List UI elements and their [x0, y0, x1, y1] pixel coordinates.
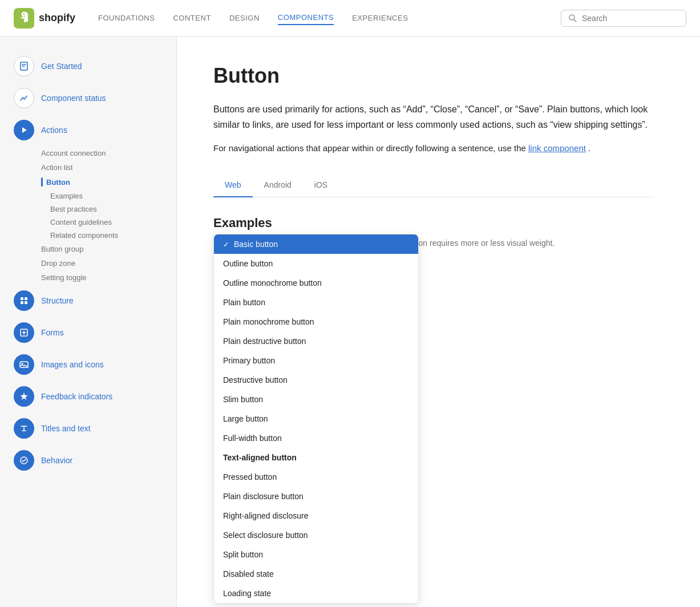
dropdown-item-basic-button[interactable]: ✓ Basic button: [214, 234, 418, 254]
check-icon: ✓: [223, 240, 229, 249]
sidebar-sub-examples[interactable]: Examples: [50, 189, 163, 203]
search-box[interactable]: [561, 10, 686, 27]
sidebar-sub-best-practices[interactable]: Best practices: [50, 203, 163, 216]
sidebar-item-component-status[interactable]: Component status: [0, 82, 176, 114]
titles-text-icon: [14, 418, 34, 439]
dropdown-item-slim[interactable]: Slim button: [214, 390, 418, 409]
sidebar-label-behavior: Behavior: [41, 456, 72, 465]
actions-sub-items: Account connection Action list Button Ex…: [0, 146, 176, 285]
sidebar-sub-content-guidelines[interactable]: Content guidelines: [50, 216, 163, 229]
sidebar-item-images-icons[interactable]: Images and icons: [0, 349, 176, 381]
variant-dropdown-wrapper: ✓ Basic button Outline button Outline mo…: [213, 234, 419, 604]
main-nav: FOUNDATIONS CONTENT DESIGN COMPONENTS EX…: [98, 11, 561, 25]
dropdown-item-text-aligned[interactable]: Text-aligned button: [214, 448, 418, 467]
dropdown-item-split[interactable]: Split button: [214, 545, 418, 564]
sidebar-label-forms: Forms: [41, 328, 64, 337]
platform-tabs: Web Android iOS: [213, 173, 654, 197]
main-content-area: Button Buttons are used primarily for ac…: [177, 37, 700, 607]
forms-icon: [14, 322, 34, 343]
logo-area: shopify: [14, 8, 75, 29]
dropdown-item-plain-disclosure[interactable]: Plain disclosure button: [214, 487, 418, 506]
examples-section: Examples Used most in the interface. Onl…: [213, 216, 654, 607]
dropdown-item-destructive[interactable]: Destructive button: [214, 370, 418, 390]
dropdown-item-plain-destructive[interactable]: Plain destructive button: [214, 331, 418, 351]
sidebar-item-actions[interactable]: Actions: [0, 114, 176, 146]
behavior-icon: [14, 450, 34, 471]
nav-components[interactable]: COMPONENTS: [278, 11, 334, 25]
sidebar-label-actions: Actions: [41, 126, 67, 135]
sidebar-item-get-started[interactable]: Get Started: [0, 50, 176, 82]
sidebar-sub-related-components[interactable]: Related components: [50, 229, 163, 242]
sidebar-sub-drop-zone[interactable]: Drop zone: [41, 256, 163, 270]
sidebar-item-behavior[interactable]: Behavior: [0, 444, 176, 476]
link-component[interactable]: link component: [528, 143, 586, 153]
feedback-icon: [14, 386, 34, 407]
page-title: Button: [213, 64, 654, 88]
tab-ios[interactable]: iOS: [303, 173, 339, 197]
sidebar-label-structure: Structure: [41, 296, 74, 305]
structure-icon: [14, 290, 34, 311]
tab-web[interactable]: Web: [213, 173, 253, 197]
search-input[interactable]: [582, 14, 679, 23]
dropdown-item-plain-mono[interactable]: Plain monochrome button: [214, 312, 418, 331]
sidebar: Get Started Component status Actions Ac: [0, 37, 177, 607]
dropdown-item-primary[interactable]: Primary button: [214, 351, 418, 370]
nav-design[interactable]: DESIGN: [229, 11, 260, 25]
logo-text: shopify: [39, 12, 75, 24]
sidebar-label-component-status: Component status: [41, 94, 106, 103]
dropdown-item-full-width[interactable]: Full-width button: [214, 428, 418, 448]
page-description2: For navigational actions that appear wit…: [213, 141, 654, 155]
dropdown-item-disabled[interactable]: Disabled state: [214, 564, 418, 584]
svg-rect-3: [21, 297, 23, 300]
actions-icon: [14, 120, 34, 140]
sidebar-sub-button[interactable]: Button: [41, 175, 163, 189]
dropdown-item-outline-button[interactable]: Outline button: [214, 254, 418, 273]
sidebar-sub-setting-toggle[interactable]: Setting toggle: [41, 270, 163, 285]
desc2-prefix: For navigational actions that appear wit…: [213, 143, 526, 153]
sidebar-item-titles-text[interactable]: Titles and text: [0, 412, 176, 444]
sidebar-label-get-started: Get Started: [41, 62, 82, 71]
svg-rect-5: [21, 301, 23, 304]
sidebar-label-titles-text: Titles and text: [41, 424, 91, 433]
sidebar-item-structure[interactable]: Structure: [0, 285, 176, 317]
nav-foundations[interactable]: FOUNDATIONS: [98, 11, 155, 25]
examples-title: Examples: [213, 216, 654, 230]
sidebar-sub-account-connection[interactable]: Account connection: [41, 146, 163, 160]
dropdown-item-plain[interactable]: Plain button: [214, 293, 418, 312]
button-sub-sub-items: Examples Best practices Content guidelin…: [41, 189, 163, 242]
dropdown-item-select-disclosure[interactable]: Select disclosure button: [214, 525, 418, 545]
svg-rect-6: [25, 301, 27, 304]
variant-dropdown-menu: ✓ Basic button Outline button Outline mo…: [213, 234, 419, 604]
tab-android[interactable]: Android: [253, 173, 303, 197]
dropdown-item-pressed[interactable]: Pressed button: [214, 467, 418, 487]
page-content: Button Buttons are used primarily for ac…: [177, 37, 690, 607]
nav-experiences[interactable]: EXPERIENCES: [352, 11, 408, 25]
dropdown-item-large[interactable]: Large button: [214, 409, 418, 428]
images-icons-icon: [14, 354, 34, 375]
sidebar-label-feedback: Feedback indicators: [41, 392, 112, 401]
component-status-icon: [14, 88, 34, 108]
sidebar-sub-action-list[interactable]: Action list: [41, 160, 163, 175]
desc2-suffix: .: [588, 143, 590, 153]
shopify-logo-icon: [14, 8, 34, 29]
sidebar-item-forms[interactable]: Forms: [0, 317, 176, 349]
active-indicator: [41, 177, 43, 187]
dropdown-item-right-aligned[interactable]: Right-aligned disclosure: [214, 506, 418, 525]
sidebar-item-feedback-indicators[interactable]: Feedback indicators: [0, 381, 176, 412]
dropdown-item-outline-mono[interactable]: Outline monochrome button: [214, 273, 418, 293]
nav-content[interactable]: CONTENT: [173, 11, 211, 25]
svg-rect-4: [25, 297, 27, 300]
layout: Get Started Component status Actions Ac: [0, 37, 700, 607]
header: shopify FOUNDATIONS CONTENT DESIGN COMPO…: [0, 0, 700, 37]
get-started-icon: [14, 56, 34, 76]
sidebar-label-images-icons: Images and icons: [41, 360, 104, 369]
search-icon: [568, 14, 577, 23]
page-description: Buttons are used primarily for actions, …: [213, 102, 654, 132]
sidebar-sub-button-group[interactable]: Button group: [41, 242, 163, 256]
dropdown-item-loading[interactable]: Loading state: [214, 584, 418, 603]
